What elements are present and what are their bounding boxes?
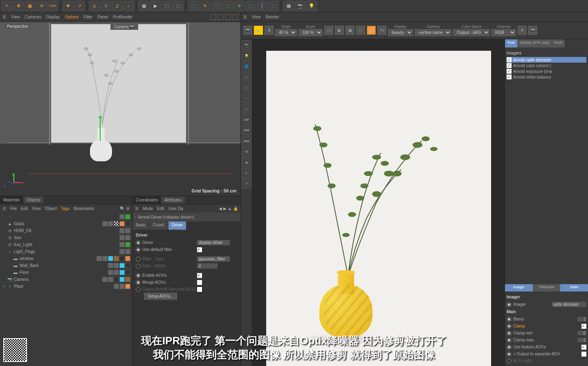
radio-icon[interactable] xyxy=(507,302,512,307)
instance-btn[interactable]: ✳ xyxy=(234,1,245,11)
cube-primitive-btn[interactable]: ⬚ xyxy=(188,1,199,11)
lock-icon[interactable]: 🔒 xyxy=(233,206,238,211)
picture-viewer-btn[interactable]: ⬚ xyxy=(162,1,172,11)
colorspace-select[interactable]: Output - sRGB xyxy=(453,29,490,36)
edit-menu[interactable]: Edit xyxy=(157,206,164,211)
tool-psr[interactable]: PSR xyxy=(47,1,58,11)
render-btn[interactable]: ▶ xyxy=(150,1,161,11)
sidebar-btn[interactable]: ⬚ xyxy=(242,72,251,82)
cameras-menu[interactable]: Cameras xyxy=(25,15,42,19)
text-btn[interactable]: Tx xyxy=(377,26,386,35)
refresh-btn[interactable]: ⟲ xyxy=(518,26,527,35)
sidebar-btn[interactable]: 🌐 xyxy=(242,61,251,71)
prorender-menu[interactable]: ProRender xyxy=(113,15,132,19)
search-icon[interactable]: 🔍 xyxy=(120,206,125,211)
compare-btn[interactable]: ◪ xyxy=(367,26,376,35)
imager-type-input[interactable] xyxy=(552,302,586,307)
deformer-btn[interactable]: ⎮ xyxy=(257,1,267,11)
perspective-viewport[interactable]: y x z Grid Spacing : 50 cm xyxy=(0,22,240,196)
tags-menu[interactable]: Tags xyxy=(61,206,70,211)
scale-select[interactable]: 40 % xyxy=(275,29,297,36)
object-row[interactable]: ▬Wall_Back xyxy=(0,262,132,269)
camera-select[interactable]: <active camera> xyxy=(415,29,451,36)
hamburger-icon[interactable]: ☰ xyxy=(135,206,139,211)
overlay-btn[interactable]: ▦ xyxy=(346,26,355,35)
sidebar-btn[interactable]: ? xyxy=(242,178,251,188)
subtab-driver[interactable]: Driver xyxy=(168,221,186,230)
tool-scale[interactable]: ▦ xyxy=(25,1,35,11)
tab-main[interactable]: Main xyxy=(560,284,588,291)
sidebar-btn[interactable]: 💡 xyxy=(242,51,251,61)
zoom-select[interactable]: 100 % xyxy=(298,29,323,36)
tab-pixel[interactable]: Pixel xyxy=(552,39,565,47)
bookmarks-menu[interactable]: Bookmarks xyxy=(74,206,94,211)
coord-system-btn[interactable]: ⌐ xyxy=(123,1,134,11)
array-btn[interactable]: ⬚ xyxy=(222,1,233,11)
subdiv-btn[interactable]: ⬚ xyxy=(211,1,222,11)
file-menu[interactable]: File xyxy=(10,206,17,211)
object-row[interactable]: ▲Glass xyxy=(0,220,132,227)
render-settings-btn[interactable]: ▦ xyxy=(139,1,149,11)
field-btn[interactable]: ⬚ xyxy=(268,1,279,11)
filter-icon[interactable]: ⚙ xyxy=(126,206,130,211)
imager-item[interactable]: ✓Arnold optix denoiser xyxy=(507,57,586,63)
sidebar-btn[interactable]: ▫ xyxy=(242,93,251,103)
camera-icon[interactable]: 📷 xyxy=(243,26,252,35)
nav-icon[interactable] xyxy=(210,14,216,20)
tab-materials[interactable]: Materials xyxy=(0,197,23,203)
imager-item[interactable]: ✓Arnold white balance xyxy=(507,74,586,80)
setup-aovs-button[interactable]: Setup AOVs... xyxy=(144,293,177,300)
subtab-basic[interactable]: Basic xyxy=(132,221,149,230)
pen-tool-btn[interactable]: ✎ xyxy=(200,1,210,11)
camera-label[interactable]: Camera 📷 xyxy=(110,24,138,30)
display-menu[interactable]: Display xyxy=(46,15,60,19)
sidebar-btn[interactable]: L xyxy=(242,168,251,178)
imager-item[interactable]: ✓Arnold color correct ( xyxy=(507,63,586,68)
render-region-btn[interactable]: ⬚ xyxy=(173,1,184,11)
userdata-menu[interactable]: User Da xyxy=(168,206,183,211)
sidebar-btn[interactable]: Tx xyxy=(242,147,251,156)
sidebar-btn[interactable]: 📷 xyxy=(242,40,251,50)
region-btn[interactable]: ▢ xyxy=(324,26,333,35)
tool-rotate[interactable]: ⟲ xyxy=(36,1,47,11)
hamburger-icon[interactable]: ☰ xyxy=(2,15,6,19)
display-select[interactable]: beauty xyxy=(388,29,413,36)
snapshot2-btn[interactable]: 📷 xyxy=(528,26,537,35)
tab-coordinates[interactable]: Coordinates xyxy=(132,197,161,203)
panel-menu[interactable]: Panel xyxy=(98,15,108,19)
sidebar-btn[interactable]: Ass xyxy=(242,136,251,146)
view-menu[interactable]: View xyxy=(32,206,41,211)
options-menu[interactable]: Options xyxy=(65,15,79,19)
play-button[interactable]: ▶ xyxy=(254,26,263,35)
pause-button[interactable]: ⏸ xyxy=(265,26,274,35)
object-row[interactable]: ⊙HDRI_Fill xyxy=(0,227,132,234)
camera-btn[interactable]: 📷 xyxy=(295,1,305,11)
tab-objects[interactable]: Objects xyxy=(23,197,44,203)
nav-icon[interactable] xyxy=(225,14,231,20)
axis-y-btn[interactable]: Y xyxy=(101,1,111,11)
object-row[interactable]: ⊙Sun xyxy=(0,234,132,241)
tab-imager[interactable]: Imager xyxy=(505,284,533,291)
nav-back-icon[interactable]: ◀ xyxy=(219,206,222,211)
crop-btn[interactable]: ◧ xyxy=(335,26,344,35)
nav-icon[interactable] xyxy=(232,14,238,20)
filter-menu[interactable]: Filter xyxy=(83,15,92,19)
view-menu[interactable]: View xyxy=(252,15,261,19)
tool-crosshair[interactable]: ✚ xyxy=(63,1,73,11)
tool-move[interactable]: ✥ xyxy=(13,1,24,11)
edit-menu[interactable]: Edit xyxy=(21,206,28,211)
object-row[interactable]: ▫ xyxy=(0,213,132,220)
sidebar-btn[interactable]: IPR xyxy=(242,125,251,135)
sidebar-btn[interactable]: ⬚ xyxy=(242,83,251,93)
render-menu[interactable]: Render xyxy=(266,15,279,19)
floor-btn[interactable]: ▦ xyxy=(283,1,294,11)
object-row[interactable]: +○Plant xyxy=(0,283,132,290)
light-btn[interactable]: 💡 xyxy=(306,1,317,11)
hamburger-icon[interactable]: ☰ xyxy=(2,206,6,211)
object-row[interactable]: ▬window xyxy=(0,255,132,262)
nav-fwd-icon[interactable]: ▶ xyxy=(223,206,227,211)
sidebar-btn[interactable]: OP xyxy=(242,115,251,124)
nav-icon[interactable] xyxy=(218,14,223,20)
mode-menu[interactable]: Mode xyxy=(143,206,153,211)
nav-up-icon[interactable]: ▲ xyxy=(228,206,232,211)
